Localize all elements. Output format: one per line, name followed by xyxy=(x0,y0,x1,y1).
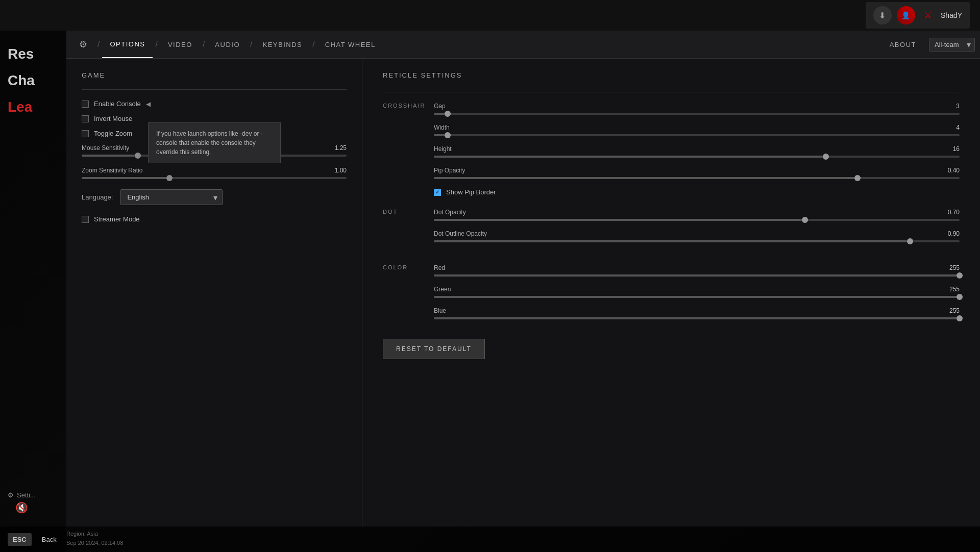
datetime-label: Sep 20 2024, 02:14:08 xyxy=(66,540,123,546)
dot-opacity-fill xyxy=(434,219,802,221)
dot-opacity-track[interactable] xyxy=(434,219,960,221)
game-panel: GAME Enable Console ◀ If you have launch… xyxy=(66,59,362,526)
dot-outline-track[interactable] xyxy=(434,240,960,242)
gap-fill xyxy=(434,113,445,115)
blue-row: Blue 255 xyxy=(434,307,960,319)
mouse-sensitivity-thumb[interactable] xyxy=(135,153,141,159)
invert-mouse-row: Invert Mouse xyxy=(82,115,347,122)
mouse-sensitivity-fill xyxy=(82,155,135,157)
region-label: Region: Asia xyxy=(66,531,98,537)
invert-mouse-checkbox[interactable] xyxy=(82,115,89,122)
green-label: Green xyxy=(434,286,451,293)
red-value: 255 xyxy=(949,264,960,271)
tab-options[interactable]: OPTIONS xyxy=(102,31,153,58)
pip-border-checkbox[interactable] xyxy=(434,189,441,196)
toggle-zoom-checkbox[interactable] xyxy=(82,130,89,137)
nav-sep-0: / xyxy=(95,40,102,49)
green-track[interactable] xyxy=(434,296,960,298)
user-emblem: ⚔ xyxy=(920,8,936,23)
gap-label: Gap xyxy=(434,103,446,110)
crosshair-sliders: Gap 3 Width 4 xyxy=(434,103,960,196)
dot-outline-fill xyxy=(434,240,907,242)
width-row: Width 4 xyxy=(434,124,960,136)
red-thumb[interactable] xyxy=(957,272,963,279)
streamer-mode-checkbox[interactable] xyxy=(82,216,89,223)
reticle-divider xyxy=(383,92,960,92)
game-panel-divider xyxy=(82,89,347,90)
enable-console-checkbox[interactable] xyxy=(82,101,89,108)
tab-video[interactable]: VIDEO xyxy=(160,31,200,58)
width-value: 4 xyxy=(956,124,960,131)
all-team-wrapper: All-team Team Allies xyxy=(929,38,975,52)
nav-about[interactable]: ABOUT xyxy=(882,41,924,48)
esc-button[interactable]: ESC xyxy=(8,533,32,546)
streamer-mode-row: Streamer Mode xyxy=(82,215,347,223)
blue-value: 255 xyxy=(949,307,960,314)
nav-sep-1: / xyxy=(153,40,160,49)
tab-keybinds[interactable]: KEYBINDS xyxy=(255,31,310,58)
color-label: COLOR xyxy=(383,264,424,321)
red-row: Red 255 xyxy=(434,264,960,277)
pip-opacity-value: 0.40 xyxy=(948,167,960,174)
green-header: Green 255 xyxy=(434,286,960,293)
language-select[interactable]: English French German Spanish Portuguese… xyxy=(120,189,223,205)
gap-value: 3 xyxy=(956,103,960,110)
dot-outline-opacity-label: Dot Outline Opacity xyxy=(434,230,487,237)
tab-chat-wheel[interactable]: CHAT WHEEL xyxy=(317,31,383,58)
height-row: Height 16 xyxy=(434,145,960,158)
dot-section: DOT Dot Opacity 0.70 xyxy=(383,209,960,252)
zoom-sensitivity-fill xyxy=(82,177,166,179)
dot-outline-opacity-value: 0.90 xyxy=(948,230,960,237)
user-avatar: 👤 xyxy=(897,6,915,24)
pip-opacity-fill xyxy=(434,177,854,179)
back-label[interactable]: Back xyxy=(42,536,57,543)
pip-opacity-thumb[interactable] xyxy=(854,175,861,181)
width-thumb[interactable] xyxy=(445,132,451,138)
game-panel-title: GAME xyxy=(82,71,347,79)
blue-track[interactable] xyxy=(434,317,960,319)
sidebar: Res Cha Lea ⚙ Setti... 🔇 xyxy=(0,31,66,552)
toggle-zoom-label: Toggle Zoom xyxy=(94,130,132,137)
reset-to-default-button[interactable]: RESET TO DEFAULT xyxy=(383,339,485,359)
crosshair-section: CROSSHAIR Gap 3 xyxy=(383,103,960,196)
gap-track[interactable] xyxy=(434,113,960,115)
height-header: Height 16 xyxy=(434,145,960,153)
dot-label: DOT xyxy=(383,209,424,244)
pip-opacity-track[interactable] xyxy=(434,177,960,179)
red-header: Red 255 xyxy=(434,264,960,271)
username: ShadY xyxy=(941,11,962,19)
language-select-wrapper: English French German Spanish Portuguese… xyxy=(120,189,223,205)
download-icon[interactable]: ⬇ xyxy=(873,6,892,24)
red-track[interactable] xyxy=(434,274,960,277)
height-track[interactable] xyxy=(434,156,960,158)
height-label: Height xyxy=(434,145,452,153)
gap-thumb[interactable] xyxy=(445,111,451,117)
nav-sep-2: / xyxy=(200,40,207,49)
dot-outline-thumb[interactable] xyxy=(907,238,913,244)
blue-thumb[interactable] xyxy=(957,315,963,321)
all-team-dropdown[interactable]: All-team Team Allies xyxy=(929,38,975,52)
height-thumb[interactable] xyxy=(823,154,829,160)
height-value: 16 xyxy=(953,145,960,153)
enable-console-label: Enable Console xyxy=(94,100,141,108)
sidebar-mute-icon[interactable]: 🔇 xyxy=(8,499,59,516)
zoom-sensitivity-track[interactable] xyxy=(82,177,347,179)
enable-console-row: Enable Console ◀ xyxy=(82,100,347,108)
red-fill xyxy=(434,274,960,277)
gap-header: Gap 3 xyxy=(434,103,960,110)
blue-fill xyxy=(434,317,960,319)
dot-sliders: Dot Opacity 0.70 Dot Outline Opacity 0.9… xyxy=(434,209,960,252)
dot-opacity-thumb[interactable] xyxy=(802,217,808,223)
width-header: Width 4 xyxy=(434,124,960,131)
tab-audio[interactable]: AUDIO xyxy=(207,31,248,58)
dot-opacity-label: Dot Opacity xyxy=(434,209,466,216)
user-info: ⬇ 👤 ⚔ ShadY xyxy=(866,2,970,29)
sidebar-item-lea: Lea xyxy=(0,94,66,120)
reticle-panel-title: RETICLE SETTINGS xyxy=(383,71,960,79)
green-thumb[interactable] xyxy=(957,294,963,300)
width-track[interactable] xyxy=(434,134,960,136)
bottom-bar: ESC Back Region: Asia Sep 20 2024, 02:14… xyxy=(0,526,980,552)
pip-border-row: Show Pip Border xyxy=(434,188,960,196)
zoom-sensitivity-thumb[interactable] xyxy=(166,175,173,181)
sidebar-settings[interactable]: ⚙ Setti... xyxy=(8,491,59,499)
